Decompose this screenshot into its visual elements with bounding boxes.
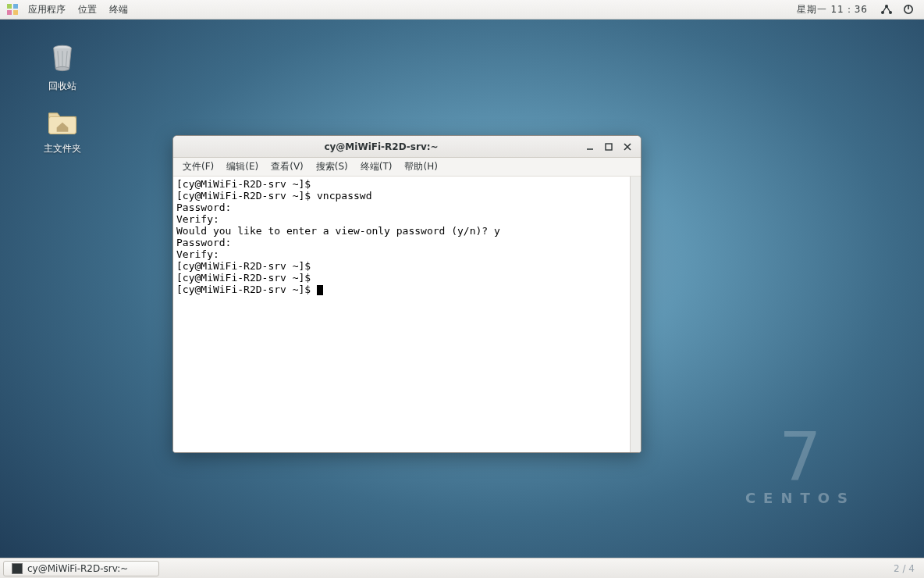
terminal-line: [cy@MiWiFi-R2D-srv ~]$ — [176, 284, 317, 295]
menu-places[interactable]: 位置 — [72, 3, 103, 16]
svg-rect-3 — [13, 10, 18, 15]
terminal-window: cy@MiWiFi-R2D-srv:~ 文件(F) 编辑(E) 查看(V) 搜索… — [172, 135, 641, 453]
desktop-home-label: 主文件夹 — [31, 142, 94, 155]
desktop-trash[interactable]: 回收站 — [31, 39, 94, 93]
bottom-panel: cy@MiWiFi-R2D-srv:~ 2 / 4 — [0, 558, 924, 578]
window-titlebar[interactable]: cy@MiWiFi-R2D-srv:~ — [173, 136, 641, 158]
terminal-line: [cy@MiWiFi-R2D-srv ~]$ — [176, 178, 317, 190]
menu-applications[interactable]: 应用程序 — [22, 3, 72, 16]
terminal-cursor — [317, 285, 323, 295]
terminal-line: Verify: — [176, 213, 219, 225]
menu-help[interactable]: 帮助(H) — [398, 160, 443, 173]
menu-view[interactable]: 查看(V) — [265, 160, 310, 173]
terminal-scrollbar[interactable] — [630, 177, 641, 452]
window-title: cy@MiWiFi-R2D-srv:~ — [178, 141, 585, 152]
maximize-button[interactable] — [603, 141, 614, 152]
terminal-line: [cy@MiWiFi-R2D-srv ~]$ — [176, 272, 317, 284]
terminal-line: Password: — [176, 237, 231, 248]
power-icon[interactable] — [897, 3, 919, 16]
minimize-button[interactable] — [585, 141, 595, 152]
pager-indicator: 2 / 4 — [894, 563, 921, 574]
trash-icon — [44, 39, 81, 77]
menu-search[interactable]: 搜索(S) — [310, 160, 354, 173]
taskbar-app-title: cy@MiWiFi-R2D-srv:~ — [27, 563, 128, 574]
terminal-line: [cy@MiWiFi-R2D-srv ~]$ — [176, 260, 317, 272]
wallpaper-logo: 7 CENTOS — [745, 426, 855, 506]
svg-rect-2 — [7, 10, 12, 15]
folder-home-icon — [44, 102, 81, 139]
menu-terminal-m[interactable]: 终端(T) — [354, 160, 399, 173]
svg-rect-16 — [606, 144, 612, 150]
svg-rect-0 — [7, 4, 12, 9]
close-button[interactable] — [622, 141, 633, 152]
terminal-line: [cy@MiWiFi-R2D-srv ~]$ vncpasswd — [176, 190, 371, 202]
menu-edit[interactable]: 编辑(E) — [220, 160, 265, 173]
desktop-trash-label: 回收站 — [31, 80, 94, 93]
window-menubar: 文件(F) 编辑(E) 查看(V) 搜索(S) 终端(T) 帮助(H) — [173, 158, 641, 177]
menu-file[interactable]: 文件(F) — [176, 160, 220, 173]
menu-terminal[interactable]: 终端 — [103, 3, 134, 16]
terminal-line: Password: — [176, 202, 231, 213]
wallpaper-logo-digit: 7 — [745, 426, 855, 487]
wallpaper-logo-word: CENTOS — [745, 490, 855, 506]
taskbar-app-terminal[interactable]: cy@MiWiFi-R2D-srv:~ — [3, 561, 159, 576]
terminal-line: Would you like to enter a view-only pass… — [176, 225, 500, 237]
terminal-app-icon — [12, 563, 23, 574]
top-panel: 应用程序 位置 终端 星期一 11：36 — [0, 0, 924, 20]
network-icon[interactable] — [876, 3, 897, 16]
terminal-line: Verify: — [176, 248, 219, 260]
desktop-home[interactable]: 主文件夹 — [31, 102, 94, 155]
clock[interactable]: 星期一 11：36 — [789, 3, 876, 16]
svg-rect-1 — [13, 4, 18, 9]
applications-icon — [6, 3, 19, 16]
terminal-content[interactable]: [cy@MiWiFi-R2D-srv ~]$ [cy@MiWiFi-R2D-sr… — [173, 177, 641, 452]
